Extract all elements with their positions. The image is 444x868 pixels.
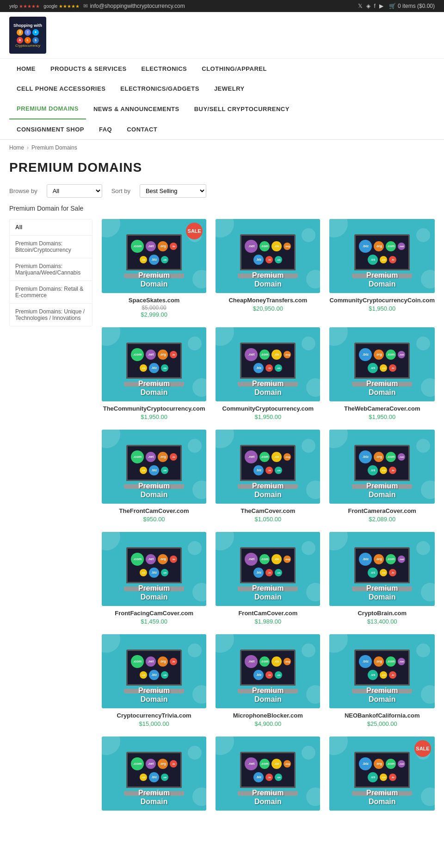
product-price: $4,900.00 [216, 720, 320, 727]
product-price: $20,950.00 [216, 305, 320, 312]
product-card[interactable]: .net.com.co.org.biz.io.us Premium Domain… [216, 532, 320, 625]
product-card[interactable]: .com.net.org.io.co.biz.us Premium Domain [102, 737, 206, 811]
instagram-icon[interactable]: ◈ [366, 3, 370, 9]
sidebar-item-bitcoin[interactable]: Premium Domains: Bitcoin/Cryptocurrency [10, 236, 92, 258]
main-content: All Premium Domains: Bitcoin/Cryptocurre… [0, 219, 444, 811]
facebook-icon[interactable]: f [374, 3, 376, 9]
logo-area[interactable]: Shopping with ₿ Ξ ✦ A Ł $ Cryptocurrency [9, 17, 46, 54]
product-name: CheapMoneyTransfers.com [216, 297, 320, 304]
laptop-screen: .net.com.co.org.biz.io.us [240, 547, 296, 583]
premium-label: Premium [102, 481, 206, 490]
domain-circle: .io [170, 351, 177, 358]
domain-circle: .biz [149, 670, 159, 680]
sidebar-item-marijuana[interactable]: Premium Domains: Marijuana/Weed/Cannabis [10, 258, 92, 281]
premium-label: Premium [102, 379, 206, 388]
nav-products[interactable]: PRODUCTS & SERVICES [43, 59, 134, 79]
domain-circle: .us [368, 568, 378, 578]
sidebar-item-all[interactable]: All [10, 219, 92, 236]
domain-circle: .biz [359, 240, 372, 253]
product-price: $1,950.00 [329, 305, 435, 312]
product-card[interactable]: .biz.org.com.net.us.co.io Premium Domain… [329, 634, 435, 727]
domain-circle: .co [380, 774, 387, 781]
nav-contact[interactable]: CONTACT [119, 119, 165, 139]
breadcrumb-sep: › [27, 144, 29, 151]
top-bar-right: 𝕏 ◈ f ▶ 🛒 0 items ($0.00) [358, 3, 435, 9]
product-card[interactable]: SALE .com.net.org.io.co.biz.us [102, 219, 206, 318]
nav-home[interactable]: HOME [9, 59, 43, 79]
sort-select[interactable]: Best Selling Price: Low to High Price: H… [140, 184, 206, 198]
products-grid: SALE .com.net.org.io.co.biz.us [102, 219, 435, 811]
product-card[interactable]: .net.com.co.org.biz.io.us Premium Domain… [216, 327, 320, 420]
product-price: $1,950.00 [329, 413, 435, 420]
sidebar-item-unique[interactable]: Premium Domains: Unique / Technologies /… [10, 304, 92, 326]
nav-news[interactable]: NEWS & ANNOUNCEMENTS [86, 99, 187, 119]
domain-circle: .com [131, 553, 144, 566]
product-card[interactable]: .biz.org.com.net.us.co.io Premium Domain… [329, 219, 435, 318]
product-image-content: .net.com.co.org.biz.io.us Premium Domain [216, 737, 320, 811]
nav-clothing[interactable]: CLOTHING/APPAREL [194, 59, 274, 79]
product-card[interactable]: .com.net.org.io.co.biz.us Premium Domain… [102, 532, 206, 625]
premium-label: Premium [329, 481, 435, 490]
nav-faq[interactable]: FAQ [92, 119, 119, 139]
domain-circle: .com [386, 350, 396, 360]
domain-circles: .net.com.co.org.biz.io.us [241, 551, 294, 580]
yelp-stars: ★★★★★ [19, 4, 40, 9]
domain-circles: .net.com.co.org.biz.io.us [241, 238, 294, 267]
product-price: $15,000.00 [102, 720, 206, 727]
product-card[interactable]: .com.net.org.io.co.biz.us Premium Domain… [102, 430, 206, 523]
product-card[interactable]: .net.com.co.org.biz.io.us Premium Domain [216, 737, 320, 811]
domain-circle: .io [170, 658, 177, 665]
domain-circle: .biz [359, 348, 372, 361]
product-card[interactable]: .net.com.co.org.biz.io.us Premium Domain… [216, 430, 320, 523]
domain-circle: .com [259, 759, 270, 769]
product-image: .net.com.co.org.biz.io.us Premium Domain [216, 219, 320, 293]
nav-premium-domains[interactable]: PREMIUM DOMAINS [9, 99, 86, 119]
product-image-content: .com.net.org.io.co.biz.us Premium Domain [102, 634, 206, 708]
browse-select[interactable]: All [47, 184, 102, 198]
domain-label: Domain [216, 280, 320, 288]
product-card[interactable]: SALE .biz.org.com.net.us.co.io [329, 737, 435, 811]
product-card[interactable]: .net.com.co.org.biz.io.us Premium Domain… [216, 219, 320, 318]
email-link[interactable]: ✉ info@shoppingwithcryptocurrency.com [83, 3, 185, 9]
product-image: .biz.org.com.net.us.co.io Premium Domain [329, 532, 435, 606]
nav-electronics[interactable]: ELECTRONICS [134, 59, 195, 79]
youtube-icon[interactable]: ▶ [379, 3, 383, 9]
nav-row-2: CELL PHONE ACCESSORIES ELECTRONICS/GADGE… [9, 79, 435, 99]
product-card[interactable]: .biz.org.com.net.us.co.io Premium Domain… [329, 430, 435, 523]
domain-label: Domain [329, 490, 435, 499]
product-name: TheWebCameraCover.com [329, 405, 435, 412]
nav-jewelry[interactable]: JEWELRY [207, 79, 252, 99]
product-overlay-text: Premium Domain [329, 481, 435, 499]
premium-label: Premium [329, 271, 435, 280]
nav-electronics-gadgets[interactable]: ELECTRONICS/GADGETS [113, 79, 207, 99]
nav-cell-phone[interactable]: CELL PHONE ACCESSORIES [9, 79, 113, 99]
product-price: $1,459.00 [102, 618, 206, 625]
domain-circle: .co [140, 256, 147, 263]
domain-label: Domain [216, 593, 320, 601]
domain-circle: .us [161, 364, 168, 372]
twitter-icon[interactable]: 𝕏 [358, 3, 363, 9]
product-card[interactable]: .com.net.org.io.co.biz.us Premium Domain… [102, 634, 206, 727]
nav-consignment[interactable]: CONSIGNMENT SHOP [9, 119, 92, 139]
product-card[interactable]: .biz.org.com.net.us.co.io Premium Domain… [329, 532, 435, 625]
product-card[interactable]: .net.com.co.org.biz.io.us Premium Domain… [216, 634, 320, 727]
bitcoin-icon: ₿ [17, 29, 23, 36]
domain-circles: .com.net.org.io.co.biz.us [128, 238, 180, 267]
product-card[interactable]: .com.net.org.io.co.biz.us Premium Domain… [102, 327, 206, 420]
product-image-content: .net.com.co.org.biz.io.us Premium Domain [216, 532, 320, 606]
nav-buysell[interactable]: BUY/SELL CRYPTOCURRENCY [187, 99, 297, 119]
product-image: .biz.org.com.net.us.co.io Premium Domain [329, 219, 435, 293]
laptop-screen: .net.com.co.org.biz.io.us [240, 234, 296, 270]
sidebar-item-retail[interactable]: Premium Domains: Retail & E-commerce [10, 281, 92, 304]
domain-circle: .net [146, 350, 156, 360]
product-image-content: .biz.org.com.net.us.co.io Premium Domain [329, 430, 435, 504]
product-card[interactable]: .biz.org.com.net.us.co.io Premium Domain… [329, 327, 435, 420]
domain-label: Domain [329, 593, 435, 601]
page-title-area: PREMIUM DOMAINS [0, 156, 444, 184]
cart-info[interactable]: 🛒 0 items ($0.00) [389, 3, 435, 9]
laptop-screen: .biz.org.com.net.us.co.io [354, 234, 410, 270]
breadcrumb-home[interactable]: Home [9, 144, 24, 151]
sale-badge: SALE [186, 223, 203, 239]
domain-circles: .net.com.co.org.biz.io.us [241, 756, 294, 784]
domain-circle: .biz [253, 363, 264, 373]
